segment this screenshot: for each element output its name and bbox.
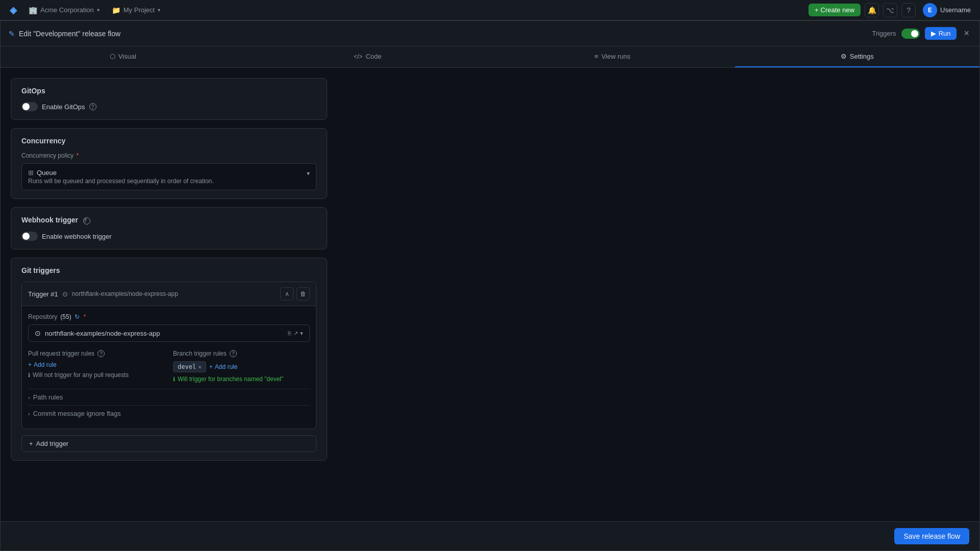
tab-visual[interactable]: ⬡ Visual xyxy=(1,46,246,67)
delete-icon: 🗑 xyxy=(300,290,306,297)
tab-view-runs-label: View runs xyxy=(601,53,630,60)
no-pull-trigger-text: Will not trigger for any pull requests xyxy=(33,371,129,379)
webhook-help-icon[interactable]: ? xyxy=(83,217,90,224)
org-name: Acme Corporation xyxy=(40,6,94,14)
repo-label-text: Repository xyxy=(28,313,57,320)
branch-trigger-text: Will trigger for branches named "devel" xyxy=(178,375,283,383)
pull-request-rules-label: Pull request trigger rules ? xyxy=(28,350,165,357)
triggers-toggle[interactable] xyxy=(901,29,920,39)
webhook-section: Webhook trigger ? Enable webhook trigger xyxy=(11,207,327,249)
queue-icon: ⊞ xyxy=(28,169,34,177)
trigger-body: Repository (55) ↻ * ⊙ northflank-example… xyxy=(22,306,316,429)
nav-right: + Create new 🔔 ⌥ ? E Username xyxy=(808,1,974,19)
project-nav-item[interactable]: 📁 My Project ▾ xyxy=(108,4,164,16)
branch-rules-label: Branch trigger rules ? xyxy=(173,350,310,357)
add-branch-rule-label: Add rule xyxy=(215,363,238,370)
add-branch-rule-button[interactable]: + Add rule xyxy=(209,363,238,370)
org-nav-item[interactable]: 🏢 Acme Corporation ▾ xyxy=(24,4,104,16)
modal: ✎ Edit "Development" release flow Trigge… xyxy=(0,20,980,551)
help-button[interactable]: ? xyxy=(901,3,916,17)
concurrency-policy-select[interactable]: ⊞ Queue Runs will be queued and processe… xyxy=(21,163,316,190)
repo-count: (55) xyxy=(60,313,71,320)
modal-title-text: Edit "Development" release flow xyxy=(19,30,120,38)
tab-code-label: Code xyxy=(365,53,381,60)
gitops-toggle-label: Enable GitOps xyxy=(42,103,85,111)
delete-trigger-button[interactable]: 🗑 xyxy=(297,287,310,300)
plus-icon: + xyxy=(815,6,819,14)
avatar: E xyxy=(923,3,937,17)
tab-code[interactable]: </> Code xyxy=(246,46,491,67)
run-button[interactable]: ▶ Run xyxy=(925,27,957,40)
select-chevron-icon: ▾ xyxy=(307,170,310,177)
add-trigger-plus-icon: + xyxy=(29,440,33,447)
user-menu[interactable]: E Username xyxy=(920,1,974,19)
trigger-repo-name: northflank-examples/node-express-app xyxy=(72,290,178,297)
trigger-header: Trigger #1 ⊙ northflank-examples/node-ex… xyxy=(22,282,316,306)
queue-title: ⊞ Queue xyxy=(28,169,307,177)
repo-select[interactable]: ⊙ northflank-examples/node-express-app ⎘… xyxy=(28,324,310,342)
gitops-toggle[interactable] xyxy=(21,102,38,111)
edit-icon: ✎ xyxy=(9,30,15,38)
info-icon-branch: ℹ xyxy=(173,376,175,383)
collapse-trigger-button[interactable]: ∧ xyxy=(280,287,293,300)
repo-github-icon: ⊙ xyxy=(35,329,41,337)
add-trigger-button[interactable]: + Add trigger xyxy=(21,435,316,452)
org-chevron-icon: ▾ xyxy=(97,7,100,13)
logo: ◈ xyxy=(6,3,20,17)
branch-tag-remove-button[interactable]: × xyxy=(198,364,202,370)
tab-visual-label: Visual xyxy=(118,53,136,60)
commit-ignore-row[interactable]: › Commit message ignore flags xyxy=(28,405,310,421)
webhook-toggle[interactable] xyxy=(21,232,38,241)
concurrency-title: Concurrency xyxy=(21,137,316,145)
merge-icon: ⌥ xyxy=(886,6,894,14)
code-icon: </> xyxy=(354,53,362,60)
path-rules-label: Path rules xyxy=(33,393,63,401)
close-button[interactable]: × xyxy=(962,26,971,41)
modal-overlay: ✎ Edit "Development" release flow Trigge… xyxy=(0,20,980,551)
webhook-title: Webhook trigger ? xyxy=(21,216,316,224)
policy-required: * xyxy=(76,152,79,159)
modal-tabs: ⬡ Visual </> Code ≡ View runs ⚙ Settings xyxy=(1,46,979,68)
pull-request-rules: Pull request trigger rules ? + Add rule … xyxy=(28,350,165,383)
create-new-button[interactable]: + Create new xyxy=(808,4,861,16)
notifications-button[interactable]: 🔔 xyxy=(865,3,879,17)
repo-select-left: ⊙ northflank-examples/node-express-app xyxy=(35,329,160,337)
settings-icon: ⚙ xyxy=(841,53,847,60)
path-rules-row[interactable]: › Path rules xyxy=(28,389,310,405)
merge-button[interactable]: ⌥ xyxy=(883,3,897,17)
repo-field-label: Repository (55) ↻ * xyxy=(28,313,310,320)
pull-request-label-text: Pull request trigger rules xyxy=(28,350,94,357)
trigger-rules-grid: Pull request trigger rules ? + Add rule … xyxy=(28,350,310,383)
modal-body[interactable]: GitOps Enable GitOps ? Concurrency Concu… xyxy=(1,68,979,521)
project-icon: 📁 xyxy=(112,6,120,14)
branch-trigger-rules: Branch trigger rules ? devel × xyxy=(173,350,310,383)
triggers-label: Triggers xyxy=(872,30,896,37)
modal-title: ✎ Edit "Development" release flow xyxy=(9,30,120,38)
tab-view-runs[interactable]: ≡ View runs xyxy=(490,46,735,67)
tab-settings-label: Settings xyxy=(850,53,874,60)
create-new-label: Create new xyxy=(821,6,854,14)
git-triggers-section: Git triggers Trigger #1 ⊙ northflank-exa… xyxy=(11,258,327,461)
trigger-title: Trigger #1 ⊙ northflank-examples/node-ex… xyxy=(28,290,178,298)
policy-field-label: Concurrency policy * xyxy=(21,152,316,159)
pull-request-help-icon[interactable]: ? xyxy=(97,350,105,357)
path-rules-chevron-icon: › xyxy=(28,394,30,400)
bell-icon: 🔔 xyxy=(868,6,876,14)
no-pull-trigger-info: ℹ Will not trigger for any pull requests xyxy=(28,371,165,379)
copy-icon[interactable]: ⎘ xyxy=(288,330,291,336)
add-branch-rule-plus-icon: + xyxy=(209,363,213,370)
gitops-title: GitOps xyxy=(21,87,316,95)
view-runs-icon: ≡ xyxy=(595,53,599,60)
gitops-help-icon[interactable]: ? xyxy=(89,103,96,110)
branch-trigger-info: ℹ Will trigger for branches named "devel… xyxy=(173,375,310,383)
concurrency-section: Concurrency Concurrency policy * ⊞ Queue… xyxy=(11,128,327,199)
add-pull-rule-plus-icon: + xyxy=(28,361,32,368)
refresh-icon[interactable]: ↻ xyxy=(75,313,80,320)
add-pull-rule-button[interactable]: + Add rule xyxy=(28,361,57,368)
branch-help-icon[interactable]: ? xyxy=(230,350,237,357)
project-chevron-icon: ▾ xyxy=(158,7,160,13)
tab-settings[interactable]: ⚙ Settings xyxy=(735,46,980,67)
save-release-flow-button[interactable]: Save release flow xyxy=(894,528,969,544)
modal-header-right: Triggers ▶ Run × xyxy=(872,26,971,41)
external-link-icon[interactable]: ↗ xyxy=(293,330,298,337)
